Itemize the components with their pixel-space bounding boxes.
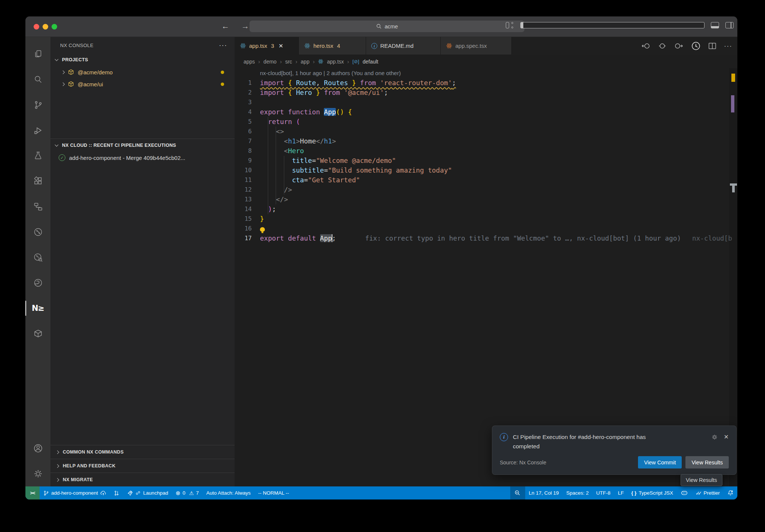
code-line[interactable]: 13 </> <box>235 195 737 204</box>
branch-icon <box>43 490 49 496</box>
copilot-icon <box>681 490 688 496</box>
code-line[interactable]: 5 return ( <box>235 117 737 127</box>
code-line[interactable]: 16 <box>235 224 737 233</box>
notification-settings-icon[interactable] <box>711 434 718 440</box>
info-icon: i <box>371 43 377 49</box>
testing-icon[interactable] <box>25 143 50 168</box>
toggle-panel-icon[interactable] <box>711 22 719 28</box>
run-icon[interactable] <box>691 41 701 51</box>
ruler-warning-mark <box>731 74 735 82</box>
nx-console-icon[interactable]: N≥ <box>25 296 50 321</box>
navigate-position-icon[interactable] <box>658 42 666 50</box>
breadcrumb-item[interactable]: app <box>301 59 309 65</box>
lightbulb-icon[interactable] <box>260 227 265 232</box>
pipeline-execution-item[interactable]: ✓ add-hero-component - Merge 409b44e5cb0… <box>50 152 235 164</box>
code-line[interactable]: 11 cta="Get Started" <box>235 175 737 185</box>
code-line[interactable]: 9 title="Welcome @acme/demo" <box>235 156 737 166</box>
code-line[interactable]: 15} <box>235 214 737 224</box>
git-branch-item[interactable]: add-hero-component <box>40 486 110 499</box>
notification-close-icon[interactable]: ✕ <box>724 433 729 440</box>
indentation-item[interactable]: Spaces: 2 <box>563 486 592 499</box>
problems-item[interactable]: ⊗ 0 ⚠ 7 <box>172 486 202 499</box>
code-line[interactable]: 8 <Hero <box>235 146 737 156</box>
accounts-icon[interactable] <box>25 436 50 461</box>
history-forward-icon[interactable]: → <box>241 22 249 31</box>
code-line[interactable]: 1import { Route, Routes } from 'react-ro… <box>235 78 737 88</box>
notifications-bell-item[interactable] <box>724 486 737 499</box>
run-debug-icon[interactable] <box>25 118 50 143</box>
commit-graph-icon[interactable] <box>25 219 50 245</box>
chevron-right-icon <box>56 450 59 454</box>
edge-tools-icon[interactable] <box>25 270 50 296</box>
zoom-status-item[interactable] <box>510 486 525 499</box>
code-line[interactable]: 6 <> <box>235 127 737 136</box>
toggle-primary-sidebar-icon[interactable] <box>520 22 704 28</box>
navigate-back-icon[interactable] <box>641 42 651 50</box>
toggle-secondary-sidebar-icon[interactable] <box>725 22 734 28</box>
breadcrumb-item[interactable]: default <box>363 59 378 65</box>
tab-readme-md[interactable]: i README.md <box>366 37 441 55</box>
project-item-acme-demo[interactable]: @acme/demo <box>50 66 235 78</box>
package-icon <box>68 81 74 87</box>
eol-item[interactable]: LF <box>614 486 628 499</box>
split-editor-icon[interactable] <box>708 43 716 49</box>
explorer-icon[interactable] <box>25 41 50 67</box>
command-center-search[interactable]: acme <box>250 21 524 32</box>
navigate-forward-icon[interactable] <box>674 42 684 50</box>
git-compare-item[interactable] <box>110 486 123 499</box>
commit-search-icon[interactable] <box>25 245 50 270</box>
project-item-acme-ui[interactable]: @acme/ui <box>50 78 235 90</box>
more-actions-icon[interactable]: ··· <box>724 42 732 50</box>
code-line[interactable]: 2import { Hero } from '@acme/ui'; <box>235 88 737 98</box>
customize-layout-icon[interactable] <box>506 22 514 28</box>
view-commit-button[interactable]: View Commit <box>638 456 682 468</box>
minimize-window-button[interactable] <box>43 24 48 30</box>
remote-indicator[interactable]: >< <box>25 486 40 499</box>
close-window-button[interactable] <box>34 24 39 30</box>
overview-ruler[interactable] <box>729 68 737 486</box>
breadcrumb-item[interactable]: app.tsx <box>327 59 344 65</box>
extensions-icon[interactable] <box>25 168 50 194</box>
code-line[interactable]: 12 /> <box>235 185 737 195</box>
project-structure-icon[interactable] <box>25 194 50 219</box>
tab-hero-tsx[interactable]: hero.tsx 4 <box>299 37 366 55</box>
breadcrumb-item[interactable]: demo <box>263 59 276 65</box>
tab-app-tsx[interactable]: app.tsx 3 ✕ <box>235 37 299 55</box>
breadcrumb-item[interactable]: apps <box>244 59 255 65</box>
code-line[interactable]: 3 <box>235 98 737 107</box>
language-mode-item[interactable]: { } TypeScript JSX <box>628 486 677 499</box>
code-line[interactable]: 7 <h1>Home</h1> <box>235 136 737 146</box>
section-common-nx-commands[interactable]: COMMON NX COMMANDS <box>50 445 235 459</box>
breadcrumb-item[interactable]: src <box>285 59 292 65</box>
tab-label: app.tsx <box>249 43 267 49</box>
close-tab-icon[interactable]: ✕ <box>279 43 284 49</box>
tab-problems-badge: 4 <box>337 43 340 49</box>
section-nx-cloud[interactable]: NX CLOUD :: RECENT CI PIPELINE EXECUTION… <box>50 139 235 152</box>
errors-icon: ⊗ <box>176 490 180 497</box>
code-editor[interactable]: nx-cloud[bot], 1 hour ago | 2 authors (Y… <box>235 68 737 486</box>
search-sidebar-icon[interactable] <box>25 67 50 92</box>
code-line[interactable]: 14 ); <box>235 204 737 214</box>
section-nx-migrate[interactable]: NX MIGRATE <box>50 473 235 486</box>
containers-icon[interactable] <box>25 321 50 346</box>
formatter-item[interactable]: ✓✓ Prettier <box>692 486 724 499</box>
maximize-window-button[interactable] <box>52 24 57 30</box>
copilot-status-item[interactable] <box>677 486 692 499</box>
history-back-icon[interactable]: ← <box>222 22 229 31</box>
code-line[interactable]: 4export function App() { <box>235 107 737 117</box>
tab-app-spec-tsx[interactable]: app.spec.tsx <box>441 37 512 55</box>
react-icon <box>304 43 310 49</box>
view-results-button[interactable]: View Results <box>685 456 729 468</box>
launchpad-item[interactable]: Launchpad <box>123 486 172 499</box>
settings-gear-icon[interactable] <box>25 461 50 486</box>
source-control-icon[interactable] <box>25 92 50 118</box>
code-line[interactable]: 10 subtitle="Build something amazing tod… <box>235 166 737 175</box>
cursor-position-item[interactable]: Ln 17, Col 19 <box>525 486 563 499</box>
section-help-and-feedback[interactable]: HELP AND FEEDBACK <box>50 459 235 473</box>
auto-attach-item[interactable]: Auto Attach: Always <box>202 486 254 499</box>
code-line[interactable]: 17export default App;fix: correct typo i… <box>235 233 737 243</box>
vim-mode-item[interactable]: -- NORMAL -- <box>254 486 293 499</box>
encoding-item[interactable]: UTF-8 <box>592 486 614 499</box>
sidebar-more-actions-icon[interactable]: ··· <box>219 41 227 49</box>
section-projects[interactable]: PROJECTS <box>50 53 235 66</box>
